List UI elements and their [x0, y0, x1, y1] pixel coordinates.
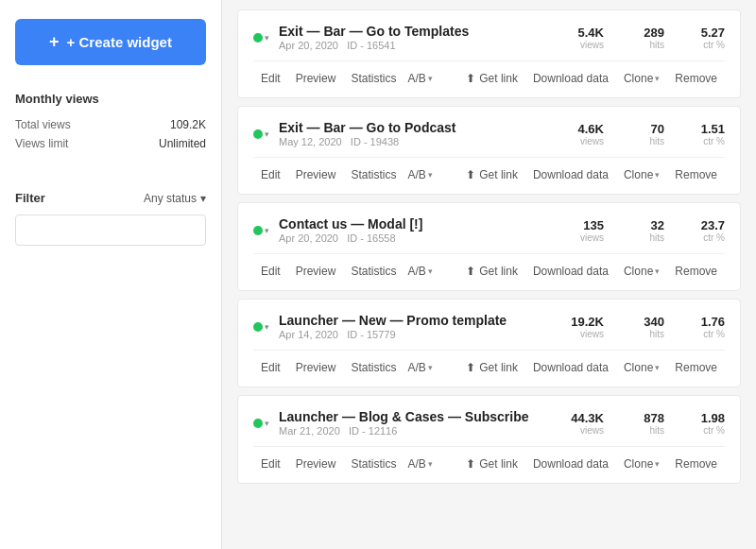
get-link-button[interactable]: ⬆ Get link	[458, 455, 525, 473]
remove-button[interactable]: Remove	[667, 358, 725, 377]
edit-button[interactable]: Edit	[253, 69, 288, 88]
preview-button[interactable]: Preview	[288, 165, 344, 184]
total-views-label: Total views	[15, 118, 71, 131]
ab-button[interactable]: A/B ▾	[404, 455, 436, 473]
filter-status-select[interactable]: Any status ▾	[144, 192, 206, 205]
ab-button[interactable]: A/B ▾	[404, 69, 436, 88]
widget-actions: Edit Preview Statistics A/B ▾ ⬆ Get link…	[253, 253, 725, 281]
ab-label: A/B	[407, 265, 425, 278]
widget-meta: Apr 14, 2020 ID - 15779	[279, 329, 507, 340]
get-link-label: Get link	[479, 265, 518, 278]
remove-button[interactable]: Remove	[667, 262, 725, 281]
widget-top-row: ▾ Contact us — Modal [!] Apr 20, 2020 ID…	[253, 216, 725, 244]
widget-actions: Edit Preview Statistics A/B ▾ ⬆ Get link…	[253, 446, 725, 473]
clone-button[interactable]: Clone ▾	[616, 455, 667, 473]
views-label: views	[566, 425, 604, 436]
views-label: views	[566, 136, 604, 146]
statistics-button[interactable]: Statistics	[343, 69, 404, 88]
statistics-button[interactable]: Statistics	[343, 165, 404, 184]
get-link-button[interactable]: ⬆ Get link	[458, 358, 525, 377]
ab-button[interactable]: A/B ▾	[404, 262, 436, 281]
preview-button[interactable]: Preview	[288, 69, 344, 88]
preview-button[interactable]: Preview	[288, 455, 344, 473]
status-dropdown-arrow[interactable]: ▾	[265, 419, 269, 428]
get-link-button[interactable]: ⬆ Get link	[458, 165, 525, 184]
create-widget-label: + Create widget	[67, 34, 172, 50]
chevron-down-icon: ▾	[200, 192, 206, 205]
widget-stats: 135 views 32 hits 23.7 ctr %	[566, 218, 725, 243]
widget-stats: 44.3K views 878 hits 1.98 ctr %	[566, 411, 725, 436]
clone-button[interactable]: Clone ▾	[616, 262, 667, 281]
status-dot-wrapper[interactable]: ▾	[253, 33, 269, 43]
download-data-button[interactable]: Download data	[525, 69, 616, 88]
remove-button[interactable]: Remove	[667, 165, 725, 184]
clone-button[interactable]: Clone ▾	[616, 69, 667, 88]
status-dropdown-arrow[interactable]: ▾	[265, 33, 269, 43]
widget-card: ▾ Launcher — New — Promo template Apr 14…	[237, 299, 741, 387]
widget-stats: 5.4K views 289 hits 5.27 ctr %	[566, 26, 725, 50]
edit-button[interactable]: Edit	[253, 358, 288, 377]
get-link-button[interactable]: ⬆ Get link	[458, 69, 525, 88]
views-stat: 19.2K views	[566, 315, 604, 339]
total-views-row: Total views 109.2K	[15, 115, 206, 134]
status-dropdown-arrow[interactable]: ▾	[265, 129, 269, 139]
ctr-value: 1.76	[687, 315, 725, 329]
hits-value: 878	[627, 411, 664, 425]
edit-button[interactable]: Edit	[253, 165, 288, 184]
search-input[interactable]	[15, 214, 206, 246]
status-dot-wrapper[interactable]: ▾	[253, 226, 269, 235]
ctr-stat: 1.98 ctr %	[687, 411, 725, 436]
statistics-button[interactable]: Statistics	[343, 262, 404, 281]
hits-value: 70	[627, 122, 664, 136]
clone-chevron-icon: ▾	[655, 170, 660, 180]
sidebar: + + Create widget Monthly views Total vi…	[0, 0, 222, 549]
status-dot-wrapper[interactable]: ▾	[253, 322, 269, 332]
preview-button[interactable]: Preview	[288, 262, 344, 281]
ctr-stat: 23.7 ctr %	[687, 218, 725, 243]
status-dropdown-arrow[interactable]: ▾	[265, 226, 269, 235]
hits-stat: 289 hits	[627, 26, 664, 50]
hits-label: hits	[627, 329, 664, 339]
status-dot-wrapper[interactable]: ▾	[253, 419, 269, 428]
widget-meta: May 12, 2020 ID - 19438	[279, 136, 455, 147]
remove-button[interactable]: Remove	[667, 455, 725, 473]
views-limit-value: Unlimited	[159, 137, 206, 150]
remove-button[interactable]: Remove	[667, 69, 725, 88]
download-data-button[interactable]: Download data	[525, 262, 616, 281]
download-data-button[interactable]: Download data	[525, 455, 616, 473]
clone-chevron-icon: ▾	[655, 266, 660, 276]
widget-name: Exit — Bar — Go to Podcast	[279, 120, 455, 135]
ctr-stat: 5.27 ctr %	[687, 26, 725, 50]
clone-chevron-icon: ▾	[655, 74, 660, 83]
widget-meta: Mar 21, 2020 ID - 12116	[279, 425, 529, 437]
edit-button[interactable]: Edit	[253, 262, 288, 281]
ctr-label: ctr %	[687, 425, 725, 436]
download-data-button[interactable]: Download data	[525, 358, 616, 377]
widget-left: ▾ Contact us — Modal [!] Apr 20, 2020 ID…	[253, 216, 566, 244]
ab-button[interactable]: A/B ▾	[404, 165, 436, 184]
edit-button[interactable]: Edit	[253, 455, 288, 473]
create-widget-button[interactable]: + + Create widget	[15, 19, 206, 65]
plus-icon: +	[49, 32, 60, 52]
widget-card: ▾ Launcher — Blog & Cases — Subscribe Ma…	[237, 395, 741, 484]
widget-info: Contact us — Modal [!] Apr 20, 2020 ID -…	[279, 216, 422, 244]
clone-button[interactable]: Clone ▾	[616, 358, 667, 377]
clone-button[interactable]: Clone ▾	[616, 165, 667, 184]
widget-actions: Edit Preview Statistics A/B ▾ ⬆ Get link…	[253, 60, 725, 88]
statistics-button[interactable]: Statistics	[343, 358, 404, 377]
download-data-button[interactable]: Download data	[525, 165, 616, 184]
preview-button[interactable]: Preview	[288, 358, 344, 377]
ctr-value: 23.7	[687, 218, 725, 232]
ab-chevron-icon: ▾	[428, 170, 433, 180]
get-link-button[interactable]: ⬆ Get link	[458, 262, 525, 281]
views-value: 4.6K	[566, 122, 604, 136]
widget-left: ▾ Exit — Bar — Go to Templates Apr 20, 2…	[253, 24, 566, 51]
widget-info: Exit — Bar — Go to Templates Apr 20, 202…	[279, 24, 469, 51]
status-dot-wrapper[interactable]: ▾	[253, 129, 269, 139]
status-dropdown-arrow[interactable]: ▾	[265, 322, 269, 332]
statistics-button[interactable]: Statistics	[343, 455, 404, 473]
widget-actions: Edit Preview Statistics A/B ▾ ⬆ Get link…	[253, 157, 725, 184]
ab-button[interactable]: A/B ▾	[404, 358, 436, 377]
get-link-label: Get link	[479, 361, 518, 374]
widget-name: Contact us — Modal [!]	[279, 216, 422, 232]
